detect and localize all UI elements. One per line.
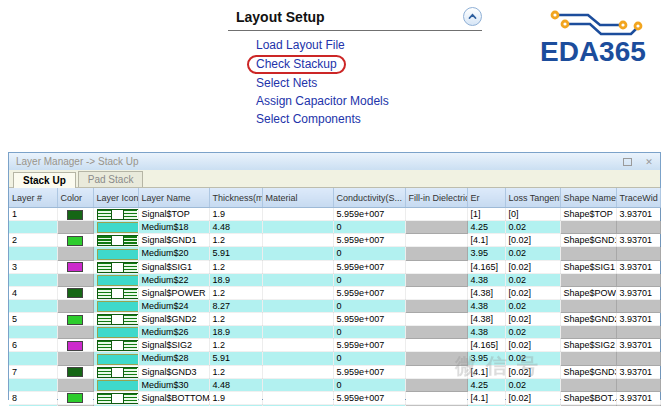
cell-icon[interactable] <box>93 378 138 391</box>
cell-thickness[interactable]: 18.9 <box>209 326 262 339</box>
cell-fill-in[interactable] <box>405 313 467 326</box>
layer-color-swatch[interactable] <box>67 393 83 403</box>
cell-name[interactable]: Signal$GND3 <box>138 365 209 378</box>
cell-name[interactable]: Medium$20 <box>138 247 209 260</box>
column-header-shape-name[interactable]: Shape Name <box>560 188 616 208</box>
cell-trace-width[interactable] <box>616 221 660 234</box>
cell-shape[interactable]: Shape$BOT... <box>560 391 616 404</box>
cell-num[interactable]: 2 <box>9 234 57 247</box>
layer-color-swatch[interactable] <box>67 315 83 325</box>
cell-name[interactable]: Medium$26 <box>138 326 209 339</box>
cell-trace-width[interactable]: 3.93701 <box>616 365 660 378</box>
cell-material[interactable] <box>262 339 333 352</box>
cell-er[interactable]: [4.38] <box>467 286 505 299</box>
cell-thickness[interactable]: 4.48 <box>209 221 262 234</box>
cell-shape[interactable] <box>560 352 616 365</box>
cell-loss-tangent[interactable]: 0.02 <box>505 326 560 339</box>
cell-icon[interactable] <box>93 247 138 260</box>
menu-item-select-nets[interactable]: Select Nets <box>256 75 317 92</box>
medium-layer-icon[interactable] <box>97 275 139 286</box>
cell-trace-width[interactable]: 3.93701 <box>616 260 660 273</box>
column-header-loss-tangent[interactable]: Loss Tangent <box>505 188 560 208</box>
cell-thickness[interactable]: 1.2 <box>209 234 262 247</box>
cell-shape[interactable]: Shape$GND1 <box>560 234 616 247</box>
medium-layer-icon[interactable] <box>97 380 139 391</box>
cell-shape[interactable]: Shape$GND2 <box>560 313 616 326</box>
cell-conductivity[interactable]: 0 <box>333 273 405 286</box>
cell-fill-in[interactable] <box>405 352 467 365</box>
cell-num[interactable]: 4 <box>9 286 57 299</box>
cell-er[interactable]: 4.38 <box>467 273 505 286</box>
cell-shape[interactable] <box>560 221 616 234</box>
cell-material[interactable] <box>262 352 333 365</box>
cell-trace-width[interactable] <box>616 326 660 339</box>
cell-trace-width[interactable]: 3.93701 <box>616 208 660 221</box>
cell-trace-width[interactable] <box>616 352 660 365</box>
column-header-er[interactable]: Er <box>467 188 505 208</box>
cell-conductivity[interactable]: 0 <box>333 299 405 312</box>
cell-trace-width[interactable]: 3.93701 <box>616 234 660 247</box>
cell-name[interactable]: Signal$SIG2 <box>138 339 209 352</box>
cell-shape[interactable]: Shape$POWER <box>560 286 616 299</box>
signal-layer-icon[interactable] <box>97 367 139 378</box>
cell-icon[interactable] <box>93 326 138 339</box>
cell-swatch[interactable] <box>57 378 93 391</box>
cell-loss-tangent[interactable]: 0.02 <box>505 221 560 234</box>
cell-trace-width[interactable] <box>616 273 660 286</box>
cell-shape[interactable] <box>560 247 616 260</box>
cell-loss-tangent[interactable]: 0.02 <box>505 352 560 365</box>
cell-icon[interactable] <box>93 234 138 247</box>
cell-icon[interactable] <box>93 365 138 378</box>
cell-trace-width[interactable] <box>616 247 660 260</box>
cell-num[interactable]: 7 <box>9 365 57 378</box>
cell-thickness[interactable]: 1.2 <box>209 313 262 326</box>
cell-name[interactable]: Signal$POWER <box>138 286 209 299</box>
signal-layer-icon[interactable] <box>97 209 139 220</box>
cell-loss-tangent[interactable]: [0.02] <box>505 339 560 352</box>
cell-trace-width[interactable]: 3.93701 <box>616 286 660 299</box>
cell-trace-width[interactable]: 3.93701 <box>616 339 660 352</box>
cell-fill-in[interactable] <box>405 326 467 339</box>
cell-fill-in[interactable] <box>405 378 467 391</box>
cell-er[interactable]: [4.1] <box>467 234 505 247</box>
cell-material[interactable] <box>262 391 333 404</box>
cell-swatch[interactable] <box>57 247 93 260</box>
cell-thickness[interactable]: 18.9 <box>209 273 262 286</box>
cell-loss-tangent[interactable]: [0.02] <box>505 365 560 378</box>
cell-conductivity[interactable]: 0 <box>333 326 405 339</box>
cell-thickness[interactable]: 1.2 <box>209 365 262 378</box>
cell-fill-in[interactable] <box>405 339 467 352</box>
cell-conductivity[interactable]: 5.959e+007 <box>333 208 405 221</box>
cell-loss-tangent[interactable]: [0.02] <box>505 313 560 326</box>
cell-name[interactable]: Medium$30 <box>138 378 209 391</box>
cell-material[interactable] <box>262 234 333 247</box>
cell-trace-width[interactable] <box>616 299 660 312</box>
cell-trace-width[interactable]: 3.93701 <box>616 391 660 404</box>
cell-shape[interactable] <box>560 326 616 339</box>
cell-shape[interactable] <box>560 378 616 391</box>
cell-trace-width[interactable]: 3.93701 <box>616 313 660 326</box>
cell-num[interactable]: 1 <box>9 208 57 221</box>
cell-fill-in[interactable] <box>405 286 467 299</box>
cell-swatch[interactable] <box>57 352 93 365</box>
cell-icon[interactable] <box>93 391 138 404</box>
cell-fill-in[interactable] <box>405 260 467 273</box>
cell-icon[interactable] <box>93 208 138 221</box>
cell-conductivity[interactable]: 0 <box>333 221 405 234</box>
cell-loss-tangent[interactable]: [0.02] <box>505 260 560 273</box>
menu-item-check-stackup[interactable]: Check Stackup <box>247 55 346 74</box>
cell-conductivity[interactable]: 5.959e+007 <box>333 260 405 273</box>
cell-material[interactable] <box>262 286 333 299</box>
cell-loss-tangent[interactable]: [0.02] <box>505 391 560 404</box>
cell-swatch[interactable] <box>57 326 93 339</box>
column-header-material[interactable]: Material <box>262 188 333 208</box>
cell-er[interactable]: [4.1] <box>467 365 505 378</box>
restore-button[interactable] <box>620 156 634 168</box>
cell-swatch[interactable] <box>57 299 93 312</box>
cell-material[interactable] <box>262 365 333 378</box>
cell-thickness[interactable]: 5.91 <box>209 352 262 365</box>
menu-item-load-layout-file[interactable]: Load Layout File <box>256 37 345 54</box>
cell-loss-tangent[interactable]: 0.02 <box>505 273 560 286</box>
cell-shape[interactable]: Shape$SIG1 <box>560 260 616 273</box>
signal-layer-icon[interactable] <box>97 340 139 351</box>
